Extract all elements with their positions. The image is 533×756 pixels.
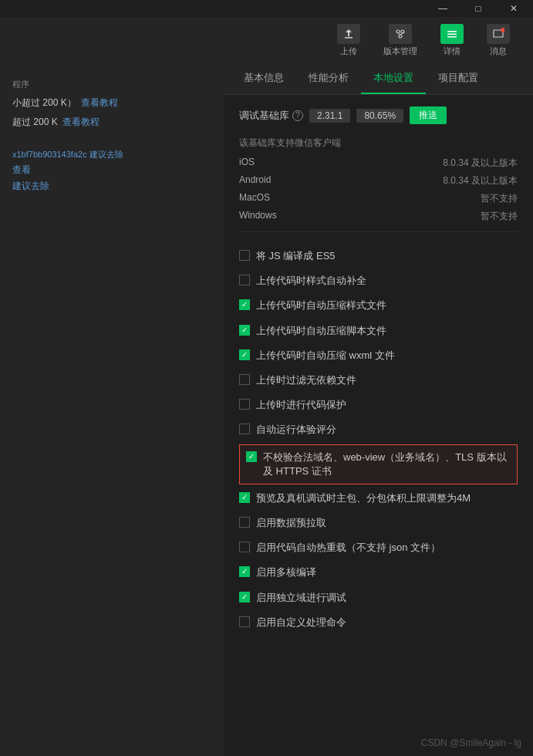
sidebar-view-action[interactable]: 查看 [0, 162, 224, 178]
checkbox-compress-script[interactable]: 上传代码时自动压缩脚本文件 [239, 319, 518, 343]
sidebar-section-label: 程序 [0, 71, 224, 93]
sidebar-item-size2: 超过 200 K 查看教程 [0, 113, 224, 132]
checkbox-code-protect-box[interactable] [239, 399, 250, 410]
checkbox-es5-label: 将 JS 编译成 ES5 [256, 249, 336, 263]
platform-windows: Windows [239, 210, 277, 223]
checkbox-es5[interactable]: 将 JS 编译成 ES5 [239, 244, 518, 268]
checkbox-auto-perf-label: 自动运行体验评分 [256, 423, 336, 437]
support-windows: Windows 暂不支持 [239, 208, 518, 225]
version-ios: 8.0.34 及以上版本 [443, 157, 518, 170]
checkbox-hot-reload-box[interactable] [239, 542, 250, 552]
version-windows: 暂不支持 [481, 210, 518, 223]
svg-rect-6 [447, 31, 457, 32]
checkbox-compress-wxml-label: 上传代码时自动压缩 wxml 文件 [256, 349, 395, 363]
sidebar-item-size1: 小超过 200 K） 查看教程 [0, 93, 224, 113]
checkbox-isolated-domain[interactable]: 启用独立域进行调试 [239, 586, 518, 610]
checkbox-preview-limit-box[interactable] [239, 492, 250, 503]
checkbox-hot-reload[interactable]: 启用代码自动热重载（不支持 json 文件） [239, 535, 518, 560]
svg-line-5 [400, 33, 403, 35]
svg-point-1 [396, 30, 400, 33]
checkbox-data-prefetch[interactable]: 启用数据预拉取 [239, 511, 518, 535]
checkbox-preview-limit[interactable]: 预览及真机调试时主包、分包体积上限调整为4M [239, 486, 518, 511]
checkbox-compress-style-label: 上传代码时自动压缩样式文件 [256, 299, 386, 312]
watermark: CSDN @SmileAgain - lg [421, 737, 521, 748]
checkbox-style-auto-label: 上传代码时样式自动补全 [256, 274, 366, 288]
sidebar-link-tutorial1[interactable]: 查看教程 [81, 96, 118, 110]
version-icon [389, 24, 412, 44]
checkbox-no-validate-box[interactable] [246, 451, 257, 462]
percent-badge: 80.65% [356, 109, 403, 123]
settings-checkbox-list: 将 JS 编译成 ES5 上传代码时样式自动补全 上传代码时自动压缩样式文件 上… [239, 244, 518, 635]
minimize-button[interactable]: — [425, 0, 460, 17]
checkbox-filter-deps[interactable]: 上传时过滤无依赖文件 [239, 368, 518, 393]
checkbox-custom-cmd-box[interactable] [239, 616, 250, 627]
checkbox-compress-wxml[interactable]: 上传代码时自动压缩 wxml 文件 [239, 343, 518, 368]
settings-content: 调试基础库 ? 2.31.1 80.65% 推送 该基础库支持微信客户端 iOS… [224, 95, 533, 646]
help-icon[interactable]: ? [292, 110, 303, 121]
support-android: Android 8.0.34 及以上版本 [239, 172, 518, 190]
checkbox-multicore-box[interactable] [239, 566, 250, 577]
checkbox-compress-wxml-box[interactable] [239, 349, 250, 360]
maximize-button[interactable]: □ [460, 0, 496, 17]
checkbox-compress-script-box[interactable] [239, 325, 250, 336]
checkbox-compress-script-label: 上传代码时自动压缩脚本文件 [256, 324, 386, 338]
checkbox-filter-deps-box[interactable] [239, 374, 250, 385]
version-button[interactable]: 版本管理 [376, 21, 425, 60]
support-ios: iOS 8.0.34 及以上版本 [239, 154, 518, 172]
message-label: 消息 [490, 46, 507, 57]
support-title: 该基础库支持微信客户端 [239, 137, 518, 150]
checkbox-compress-style[interactable]: 上传代码时自动压缩样式文件 [239, 293, 518, 318]
svg-point-2 [401, 30, 404, 33]
checkbox-data-prefetch-box[interactable] [239, 517, 250, 528]
version-android: 8.0.34 及以上版本 [443, 174, 518, 187]
checkbox-auto-perf-box[interactable] [239, 424, 250, 434]
svg-rect-8 [447, 36, 457, 38]
checkbox-multicore[interactable]: 启用多核编译 [239, 560, 518, 585]
details-button[interactable]: 详情 [433, 21, 471, 60]
checkbox-hot-reload-label: 启用代码自动热重载（不支持 json 文件） [256, 541, 440, 555]
details-icon [440, 24, 464, 44]
upload-button[interactable]: 上传 [329, 21, 368, 60]
tab-performance[interactable]: 性能分析 [296, 63, 361, 94]
checkbox-code-protect-label: 上传时进行代码保护 [256, 398, 346, 412]
sidebar-remove-action[interactable]: 建议去除 [0, 178, 224, 194]
checkbox-compress-style-box[interactable] [239, 299, 250, 310]
support-macos: MacOS 暂不支持 [239, 190, 518, 208]
tab-bar: 基本信息 性能分析 本地设置 项目配置 [224, 63, 533, 95]
checkbox-multicore-label: 启用多核编译 [256, 565, 316, 579]
sidebar-link-tutorial2[interactable]: 查看教程 [62, 116, 100, 129]
checkbox-style-auto[interactable]: 上传代码时样式自动补全 [239, 268, 518, 293]
debug-library-section: 调试基础库 ? 2.31.1 80.65% 推送 [239, 106, 518, 124]
svg-point-9 [501, 28, 504, 32]
checkbox-style-auto-box[interactable] [239, 275, 250, 285]
platform-macos: MacOS [239, 192, 270, 205]
message-button[interactable]: 消息 [479, 21, 518, 60]
tab-project-config[interactable]: 项目配置 [426, 63, 491, 94]
version-label: 版本管理 [383, 46, 417, 57]
main-content: 基本信息 性能分析 本地设置 项目配置 调试基础库 ? 2.31.1 80.65… [224, 63, 533, 756]
debug-library-label: 调试基础库 ? [239, 109, 303, 123]
details-label: 详情 [444, 46, 460, 57]
checkbox-auto-perf[interactable]: 自动运行体验评分 [239, 417, 518, 442]
tab-basic-info[interactable]: 基本信息 [231, 63, 296, 94]
checkbox-filter-deps-label: 上传时过滤无依赖文件 [256, 373, 356, 387]
checkbox-no-validate-label: 不校验合法域名、web-view（业务域名）、TLS 版本以及 HTTPS 证书 [263, 451, 511, 478]
upload-label: 上传 [340, 46, 357, 57]
checkbox-es5-box[interactable] [239, 250, 250, 261]
svg-point-3 [399, 35, 402, 38]
checkbox-preview-limit-label: 预览及真机调试时主包、分包体积上限调整为4M [256, 491, 471, 505]
checkbox-no-validate[interactable]: 不校验合法域名、web-view（业务域名）、TLS 版本以及 HTTPS 证书 [239, 444, 518, 484]
platform-ios: iOS [239, 157, 255, 170]
svg-rect-7 [447, 33, 457, 35]
close-button[interactable]: ✕ [496, 0, 531, 17]
checkbox-data-prefetch-label: 启用数据预拉取 [256, 516, 326, 530]
push-button[interactable]: 推送 [410, 106, 447, 124]
checkbox-code-protect[interactable]: 上传时进行代码保护 [239, 393, 518, 417]
support-section: 该基础库支持微信客户端 iOS 8.0.34 及以上版本 Android 8.0… [239, 130, 518, 232]
upload-icon [337, 24, 360, 44]
sidebar-hash-item[interactable]: x1bf7bb903143fa2c 建议去除 [0, 147, 224, 162]
checkbox-custom-cmd[interactable]: 启用自定义处理命令 [239, 610, 518, 635]
tab-local-settings[interactable]: 本地设置 [361, 63, 426, 94]
checkbox-custom-cmd-label: 启用自定义处理命令 [256, 616, 346, 629]
checkbox-isolated-domain-box[interactable] [239, 592, 250, 602]
